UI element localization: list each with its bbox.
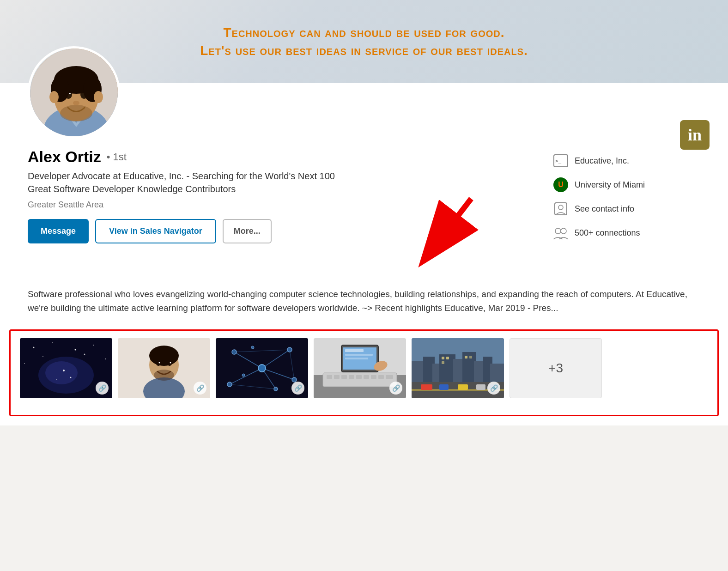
sidebar-info: >_ Educative, Inc. U University of Miami — [552, 148, 700, 249]
sales-navigator-button[interactable]: View in Sales Navigator — [95, 219, 216, 243]
action-buttons: Message View in Sales Navigator More... — [28, 219, 525, 243]
svg-rect-98 — [442, 357, 444, 359]
connections-item[interactable]: 500+ connections — [552, 225, 700, 241]
message-button[interactable]: Message — [28, 219, 89, 243]
svg-point-38 — [149, 346, 179, 366]
svg-rect-96 — [476, 384, 485, 390]
svg-point-25 — [75, 349, 76, 350]
connections-label: 500+ connections — [575, 228, 640, 238]
svg-point-5 — [60, 105, 92, 121]
divider — [0, 276, 728, 276]
svg-point-20 — [555, 228, 561, 234]
svg-point-40 — [156, 361, 161, 366]
profile-card: Technology can and should be used for go… — [0, 0, 728, 425]
svg-point-23 — [33, 346, 35, 348]
svg-point-44 — [154, 370, 174, 381]
name-info: Alex Ortiz • 1st Developer Advocate at E… — [28, 148, 525, 257]
svg-point-26 — [93, 345, 94, 346]
media-thumb-5[interactable]: 🔗 — [412, 338, 504, 398]
link-icon-3: 🔗 — [291, 382, 304, 395]
svg-point-21 — [561, 228, 566, 234]
name-row: Alex Ortiz • 1st — [28, 148, 525, 166]
svg-point-29 — [105, 358, 106, 359]
media-thumb-1[interactable]: 🔗 — [20, 338, 112, 398]
svg-rect-68 — [349, 375, 354, 379]
svg-point-42 — [159, 362, 160, 363]
svg-rect-78 — [345, 358, 368, 359]
svg-point-43 — [170, 362, 171, 363]
svg-point-28 — [84, 353, 85, 355]
company-item[interactable]: >_ Educative, Inc. — [552, 152, 700, 169]
avatar-image — [30, 49, 120, 139]
svg-point-60 — [251, 346, 254, 349]
avatar — [28, 46, 120, 139]
svg-rect-93 — [421, 384, 432, 390]
connections-icon — [552, 225, 569, 241]
svg-rect-95 — [458, 384, 468, 390]
svg-point-56 — [287, 347, 292, 352]
svg-point-15 — [94, 91, 103, 103]
profile-headline: Developer Advocate at Educative, Inc. - … — [28, 170, 342, 195]
profile-location: Greater Seattle Area — [28, 200, 525, 210]
svg-rect-100 — [442, 361, 444, 364]
svg-rect-77 — [345, 354, 373, 356]
media-thumb-2[interactable]: 🔗 — [118, 338, 210, 398]
more-button[interactable]: More... — [223, 219, 272, 243]
university-label: University of Miami — [575, 180, 645, 190]
svg-rect-65 — [327, 375, 332, 379]
link-icon-2: 🔗 — [194, 382, 206, 395]
svg-rect-66 — [334, 375, 340, 379]
connection-badge: • 1st — [107, 151, 127, 163]
svg-point-55 — [232, 350, 237, 354]
media-overflow[interactable]: +3 — [510, 338, 602, 398]
svg-rect-76 — [345, 349, 364, 352]
svg-point-24 — [52, 342, 53, 343]
svg-rect-71 — [371, 375, 376, 379]
svg-rect-18 — [555, 203, 567, 215]
svg-point-35 — [56, 379, 57, 380]
university-icon: U — [552, 176, 569, 193]
contact-item[interactable]: See contact info — [552, 200, 700, 217]
svg-text:>_: >_ — [555, 158, 562, 164]
link-icon-1: 🔗 — [96, 382, 109, 395]
svg-rect-99 — [446, 357, 449, 359]
name-section: Alex Ortiz • 1st Developer Advocate at E… — [28, 83, 700, 257]
media-grid: 🔗 — [20, 331, 708, 406]
svg-point-61 — [242, 374, 245, 377]
svg-point-54 — [258, 364, 266, 372]
company-label: Educative, Inc. — [575, 156, 629, 166]
svg-rect-73 — [386, 375, 393, 379]
svg-point-19 — [558, 205, 563, 210]
link-icon-4: 🔗 — [389, 382, 402, 395]
svg-point-14 — [49, 91, 59, 103]
media-thumb-4[interactable]: 🔗 — [314, 338, 406, 398]
svg-point-34 — [70, 377, 72, 378]
svg-rect-69 — [356, 375, 362, 379]
svg-point-58 — [227, 382, 232, 387]
banner-text: Technology can and should be used for go… — [200, 24, 528, 60]
media-thumb-3[interactable]: 🔗 — [216, 338, 308, 398]
svg-point-41 — [167, 361, 172, 366]
svg-point-27 — [42, 356, 43, 357]
profile-name: Alex Ortiz — [28, 148, 101, 166]
banner-line1: Technology can and should be used for go… — [200, 24, 528, 42]
university-item[interactable]: U University of Miami — [552, 176, 700, 193]
profile-main: Alex Ortiz • 1st Developer Advocate at E… — [0, 83, 728, 271]
media-section: 🔗 — [9, 329, 719, 416]
svg-point-59 — [274, 387, 278, 391]
svg-point-30 — [24, 363, 25, 364]
svg-rect-72 — [378, 375, 384, 379]
link-icon-5: 🔗 — [487, 382, 500, 395]
svg-rect-102 — [469, 356, 472, 358]
banner-line2: Let's use our best ideas in service of o… — [200, 42, 528, 60]
svg-rect-70 — [364, 375, 369, 379]
company-icon: >_ — [552, 152, 569, 169]
svg-point-33 — [63, 370, 65, 371]
svg-point-32 — [45, 361, 78, 384]
svg-rect-101 — [465, 356, 467, 358]
svg-rect-64 — [323, 373, 397, 387]
svg-point-57 — [292, 377, 297, 382]
svg-rect-67 — [341, 375, 347, 379]
svg-point-13 — [73, 101, 79, 105]
contact-icon — [552, 200, 569, 217]
